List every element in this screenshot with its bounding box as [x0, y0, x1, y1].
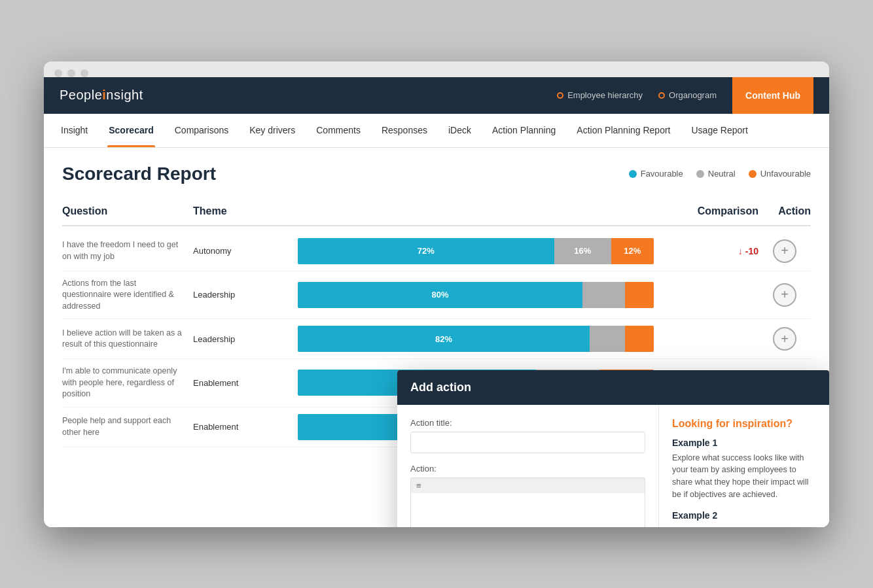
- example2-text: For the best chance for success start th…: [672, 525, 816, 527]
- add-action-modal: Add action Action title: Action: ≡ Set o…: [397, 370, 829, 527]
- nav-insight[interactable]: Insight: [60, 113, 89, 147]
- question-text: I believe action will be taken as a resu…: [62, 328, 193, 351]
- action-title-input[interactable]: [410, 432, 645, 453]
- theme-text: Leadership: [193, 334, 298, 344]
- legend-favourable: Favourable: [629, 169, 683, 179]
- nav-ideck[interactable]: iDeck: [447, 113, 472, 147]
- table-header: Question Theme Comparison Action: [62, 200, 811, 226]
- browser-window: Peopleinsight Employee hierarchy Organog…: [44, 61, 829, 527]
- modal-body: Action title: Action: ≡ Set owner:: [397, 405, 829, 527]
- col-comparison: Comparison: [654, 205, 758, 217]
- employee-hierarchy-link[interactable]: Employee hierarchy: [557, 90, 643, 100]
- table-row: Actions from the last questionnaire were…: [62, 271, 811, 320]
- organogram-icon: [658, 92, 665, 99]
- bar-neutral: 16%: [554, 238, 611, 264]
- inspiration-heading: Looking for inspiration?: [672, 418, 816, 430]
- question-text: I'm able to communicate openly with peop…: [62, 366, 193, 400]
- col-action: Action: [758, 205, 811, 217]
- theme-text: Leadership: [193, 290, 298, 300]
- secondary-navigation: Insight Scorecard Comparisons Key driver…: [44, 114, 829, 148]
- example1-text: Explore what success looks like with you…: [672, 452, 816, 501]
- textarea-container: ≡: [410, 477, 645, 527]
- unfavourable-dot: [749, 170, 757, 178]
- add-action-button[interactable]: +: [773, 239, 796, 263]
- bar-unfavourable: [625, 326, 654, 352]
- col-question: Question: [62, 205, 193, 217]
- table-row: I have the freedom I need to get on with…: [62, 232, 811, 271]
- logo-insight-text: nsight: [106, 88, 143, 103]
- browser-dot-yellow: [67, 69, 75, 77]
- bar-favourable: 72%: [298, 238, 554, 264]
- organogram-link[interactable]: Organogram: [658, 90, 717, 100]
- add-action-button[interactable]: +: [773, 283, 796, 307]
- page-header: Scorecard Report Favourable Neutral Unfa…: [62, 164, 811, 184]
- top-navigation: Peopleinsight Employee hierarchy Organog…: [44, 77, 829, 114]
- nav-comparisons[interactable]: Comparisons: [173, 113, 230, 147]
- theme-text: Enablement: [193, 378, 298, 388]
- nav-action-planning[interactable]: Action Planning: [491, 113, 557, 147]
- bar-chart: 80%: [298, 282, 654, 308]
- theme-text: Autonomy: [193, 246, 298, 256]
- action-textarea[interactable]: [410, 493, 645, 527]
- table-row: I believe action will be taken as a resu…: [62, 319, 811, 359]
- bar-chart: 82%: [298, 326, 654, 352]
- textarea-toolbar: ≡: [410, 477, 645, 493]
- example1-title: Example 1: [672, 438, 816, 448]
- action-title-label: Action title:: [410, 418, 645, 428]
- favourable-label: Favourable: [641, 169, 683, 179]
- legend-unfavourable: Unfavourable: [749, 169, 811, 179]
- main-content: Scorecard Report Favourable Neutral Unfa…: [44, 148, 829, 527]
- comparison-value: ↓ -10: [654, 246, 758, 256]
- content-hub-button[interactable]: Content Hub: [732, 77, 813, 114]
- neutral-label: Neutral: [708, 169, 736, 179]
- employee-hierarchy-icon: [557, 92, 563, 99]
- col-bars: [298, 205, 654, 217]
- question-text: Actions from the last questionnaire were…: [62, 278, 193, 313]
- inspiration-panel: Looking for inspiration? Example 1 Explo…: [659, 405, 829, 527]
- organogram-label: Organogram: [669, 90, 717, 100]
- bar-chart: 72% 16% 12%: [298, 238, 654, 264]
- content-hub-label: Content Hub: [745, 90, 800, 101]
- action-cell: +: [758, 283, 811, 307]
- bar-unfavourable: 12%: [611, 238, 654, 264]
- nav-action-planning-report[interactable]: Action Planning Report: [575, 113, 671, 147]
- browser-dot-green: [80, 69, 88, 77]
- nav-responses[interactable]: Responses: [380, 113, 429, 147]
- top-nav-right: Employee hierarchy Organogram Content Hu…: [557, 77, 813, 114]
- question-text: People help and support each other here: [62, 415, 193, 438]
- nav-usage-report[interactable]: Usage Report: [690, 113, 749, 147]
- action-body-label: Action:: [410, 464, 645, 474]
- col-theme: Theme: [193, 205, 298, 217]
- page-title: Scorecard Report: [62, 164, 216, 184]
- down-arrow-icon: ↓: [738, 246, 743, 256]
- example2-title: Example 2: [672, 510, 816, 521]
- favourable-dot: [629, 170, 637, 178]
- neutral-dot: [696, 170, 704, 178]
- bar-neutral: [590, 326, 625, 352]
- browser-dot-red: [54, 69, 62, 77]
- unfavourable-label: Unfavourable: [760, 169, 811, 179]
- action-cell: +: [758, 327, 811, 351]
- theme-text: Enablement: [193, 422, 298, 432]
- modal-form: Action title: Action: ≡ Set owner:: [397, 405, 659, 527]
- modal-title: Add action: [410, 381, 471, 394]
- legend: Favourable Neutral Unfavourable: [629, 169, 811, 179]
- legend-neutral: Neutral: [696, 169, 736, 179]
- add-action-button[interactable]: +: [773, 327, 796, 351]
- modal-overlay: Add action Action title: Action: ≡ Set o…: [397, 370, 829, 527]
- employee-hierarchy-label: Employee hierarchy: [567, 90, 643, 100]
- question-text: I have the freedom I need to get on with…: [62, 239, 193, 262]
- modal-header: Add action: [397, 370, 829, 405]
- bar-favourable: 82%: [298, 326, 590, 352]
- nav-scorecard[interactable]: Scorecard: [107, 113, 154, 147]
- nav-key-drivers[interactable]: Key drivers: [248, 113, 296, 147]
- browser-chrome: [44, 61, 829, 77]
- bar-unfavourable: [625, 282, 654, 308]
- bar-favourable: 80%: [298, 282, 582, 308]
- action-cell: + ☞: [758, 239, 811, 263]
- bar-neutral: [582, 282, 625, 308]
- nav-comments[interactable]: Comments: [315, 113, 362, 147]
- logo-people: People: [60, 88, 102, 103]
- logo: Peopleinsight: [60, 88, 143, 103]
